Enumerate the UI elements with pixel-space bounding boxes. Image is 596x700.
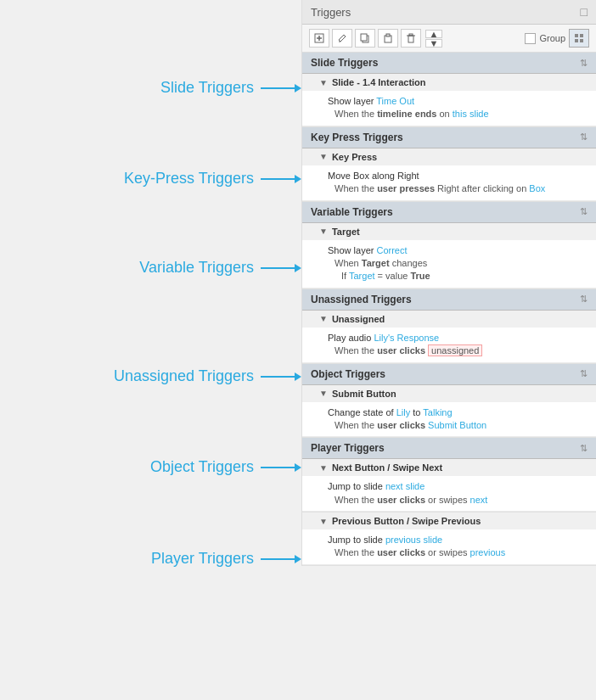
object-condition-text: When the [335,420,377,430]
object-subsection-header[interactable]: ▼ Submit Button [302,385,596,402]
main-container: Slide Triggers Key-Press Triggers Variab… [0,0,596,700]
triggers-title: Triggers [311,6,351,19]
object-action-highlight2: Talking [423,407,452,417]
variable-sub-value: True [410,271,430,281]
object-subsection-title: Submit Button [332,389,396,399]
key-press-trigger-item-1[interactable]: Move Box along Right When the user press… [302,165,596,201]
unassigned-triggers-expand-icon: ⇅ [580,294,588,305]
player-triggers-label-row: Player Triggers [0,550,301,568]
window-minimize-icon[interactable]: □ [581,5,588,19]
slide-condition-highlight: this slide [453,109,489,119]
paste-trigger-button[interactable] [378,29,398,48]
unassigned-triggers-arrow [261,372,301,381]
unassigned-subsection: ▼ Unassigned Play audio Lily's Response … [302,311,596,364]
slide-condition-text: When the [335,109,377,119]
unassigned-condition-bold: user clicks [377,345,425,356]
object-condition-bold: user clicks [377,420,425,430]
grid-view-button[interactable] [569,29,589,48]
variable-condition-rest: changes [390,258,428,268]
variable-sub-rest: = value [375,271,411,281]
slide-subsection-header[interactable]: ▼ Slide - 1.4 Interaction [302,74,596,91]
object-subsection-arrow-icon: ▼ [319,389,328,398]
unassigned-subsection-title: Unassigned [332,314,385,324]
unassigned-trigger-item-1[interactable]: Play audio Lily's Response When the user… [302,328,596,363]
object-subsection: ▼ Submit Button Change state of Lily to … [302,385,596,439]
variable-sub-text: If [341,271,349,281]
triggers-header: Triggers □ [302,0,596,25]
object-triggers-section-header[interactable]: Object Triggers ⇅ [302,364,596,385]
next-button-trigger-action: Jump to slide next slide [328,480,588,493]
prev-button-trigger-item[interactable]: Jump to slide previous slide When the us… [302,529,596,565]
unassigned-box: unassigned [428,344,482,356]
slide-condition-rest: on [436,109,452,119]
variable-triggers-section-header[interactable]: Variable Triggers ⇅ [302,202,596,223]
slide-triggers-section-header[interactable]: Slide Triggers ⇅ [302,53,596,74]
variable-action-highlight: Correct [376,245,407,255]
slide-trigger-item-1[interactable]: Show layer Time Out When the timeline en… [302,91,596,126]
arrange-up-button[interactable]: ▲ [425,30,442,38]
next-button-subsection: ▼ Next Button / Swipe Next Jump to slide… [302,459,596,512]
next-button-subsection-title: Next Button / Swipe Next [332,462,442,473]
arrange-down-button[interactable]: ▼ [425,39,442,48]
prev-button-subsection-title: Previous Button / Swipe Previous [332,516,481,526]
variable-action-text: Show layer [328,245,376,255]
delete-trigger-button[interactable] [401,29,421,48]
prev-button-action-text: Jump to slide [328,535,385,545]
slide-action-text: Show layer [328,96,376,106]
prev-button-subsection-header[interactable]: ▼ Previous Button / Swipe Previous [302,512,596,529]
copy-trigger-button[interactable] [355,29,375,48]
key-press-condition-text: When the [335,183,377,193]
svg-rect-13 [575,39,578,42]
slide-triggers-label-row: Slide Triggers [0,79,301,97]
object-triggers-expand-icon: ⇅ [580,368,588,379]
variable-trigger-item-1[interactable]: Show layer Correct When Target changes I… [302,240,596,288]
player-triggers-arrow [261,555,301,563]
slide-triggers-section-title: Slide Triggers [311,57,378,69]
slide-triggers-arrow [261,84,301,92]
next-button-action-text: Jump to slide [328,481,385,491]
player-triggers-label: Player Triggers [151,550,254,568]
toolbar: ▲ ▼ Group [302,25,596,53]
left-panel: Slide Triggers Key-Press Triggers Variab… [0,0,301,700]
prev-button-condition-bold: user clicks [377,547,425,557]
slide-action-highlight: Time Out [376,96,414,106]
key-press-subsection-header[interactable]: ▼ Key Press [302,148,596,165]
variable-trigger-condition: When Target changes [328,257,588,270]
group-checkbox[interactable] [525,33,536,44]
slide-triggers-label: Slide Triggers [160,79,254,97]
new-trigger-button[interactable] [309,29,329,48]
key-press-expand-icon: ⇅ [580,132,588,143]
key-press-subsection: ▼ Key Press Move Box along Right When th… [302,148,596,202]
slide-triggers-subsection: ▼ Slide - 1.4 Interaction Show layer Tim… [302,74,596,127]
svg-rect-14 [580,39,583,42]
variable-subsection-header[interactable]: ▼ Target [302,223,596,240]
unassigned-triggers-label: Unassigned Triggers [114,367,254,385]
slide-subsection-title: Slide - 1.4 Interaction [332,77,426,87]
edit-trigger-button[interactable] [332,29,352,48]
next-button-subsection-header[interactable]: ▼ Next Button / Swipe Next [302,459,596,476]
unassigned-condition-text: When the [335,345,377,356]
key-press-label: Key-Press Triggers [124,170,254,188]
unassigned-trigger-action: Play audio Lily's Response [328,332,588,344]
key-press-section-header[interactable]: Key Press Triggers ⇅ [302,127,596,148]
key-press-subsection-arrow-icon: ▼ [319,152,328,161]
slide-triggers-expand-icon: ⇅ [580,58,588,69]
unassigned-subsection-header[interactable]: ▼ Unassigned [302,311,596,328]
unassigned-triggers-section-header[interactable]: Unassigned Triggers ⇅ [302,289,596,311]
next-button-condition-rest: or swipes [425,495,470,505]
variable-sub-highlight: Target [349,271,375,281]
group-label: Group [539,33,565,43]
svg-rect-7 [386,34,390,36]
object-trigger-item-1[interactable]: Change state of Lily to Talking When the… [302,402,596,438]
next-button-action-highlight: next slide [385,481,425,491]
player-triggers-section-header[interactable]: Player Triggers ⇅ [302,438,596,459]
toolbar-right: Group [525,29,589,48]
next-button-trigger-item[interactable]: Jump to slide next slide When the user c… [302,476,596,512]
key-press-arrow [261,175,301,183]
object-triggers-label: Object Triggers [150,458,254,476]
key-press-condition-bold: user presses [377,183,435,193]
key-press-condition-rest: Right after clicking on [435,183,529,193]
variable-triggers-label-row: Variable Triggers [0,259,301,277]
object-action-rest: to [410,407,423,417]
unassigned-action-text: Play audio [328,333,374,343]
